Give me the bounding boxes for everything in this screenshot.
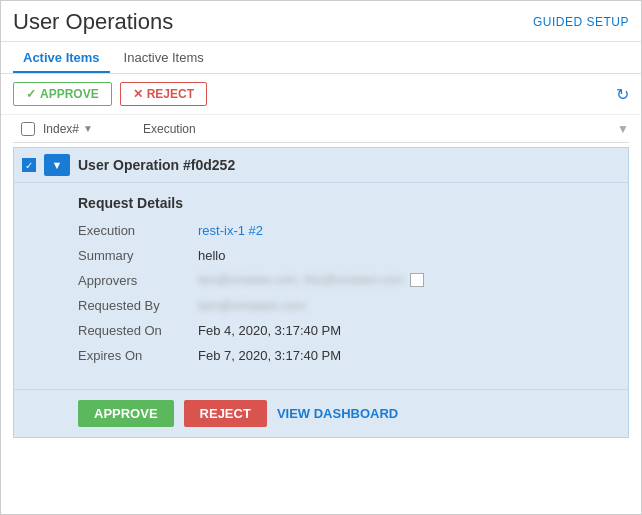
value-summary: hello — [198, 248, 568, 263]
detail-row-execution: Execution rest-ix-1 #2 — [78, 223, 568, 238]
filter-icon[interactable]: ▼ — [605, 121, 629, 136]
detail-row-expires-on: Expires On Feb 7, 2020, 3:17:40 PM — [78, 348, 568, 363]
label-summary: Summary — [78, 248, 198, 263]
detail-row-requested-on: Requested On Feb 4, 2020, 3:17:40 PM — [78, 323, 568, 338]
value-requested-by: ken@vmware.com — [198, 298, 568, 313]
x-icon: ✕ — [133, 87, 143, 101]
refresh-icon[interactable]: ↻ — [616, 85, 629, 104]
row-checkbox[interactable] — [22, 158, 36, 172]
approvers-blurred-text: ken@vmware.com, fritz@vmware.com — [198, 273, 404, 287]
checkmark-icon: ✓ — [26, 87, 36, 101]
row-reject-button[interactable]: REJECT — [184, 400, 267, 427]
section-title: Request Details — [78, 195, 568, 211]
label-execution: Execution — [78, 223, 198, 238]
select-all-checkbox[interactable] — [21, 122, 35, 136]
reject-button[interactable]: ✕ REJECT — [120, 82, 207, 106]
detail-row-summary: Summary hello — [78, 248, 568, 263]
label-expires-on: Expires On — [78, 348, 198, 363]
header-checkbox-cell — [13, 122, 43, 136]
tab-inactive-items[interactable]: Inactive Items — [114, 42, 214, 73]
toolbar: ✓ APPROVE ✕ REJECT ↻ — [1, 74, 641, 115]
tab-active-items[interactable]: Active Items — [13, 42, 110, 73]
action-bar: APPROVE REJECT VIEW DASHBOARD — [14, 389, 628, 437]
approvers-checkbox[interactable] — [410, 273, 424, 287]
guided-setup-link[interactable]: GUIDED SETUP — [533, 15, 629, 29]
detail-row-requested-by: Requested By ken@vmware.com — [78, 298, 568, 313]
row-title: User Operation #f0d252 — [78, 157, 235, 173]
table-row: ▼ User Operation #f0d252 Request Details… — [13, 147, 629, 438]
label-approvers: Approvers — [78, 273, 198, 288]
row-header: ▼ User Operation #f0d252 — [14, 148, 628, 183]
page-title: User Operations — [13, 9, 173, 35]
detail-panel: Request Details Execution rest-ix-1 #2 S… — [14, 183, 628, 385]
header: User Operations GUIDED SETUP — [1, 1, 641, 42]
row-checkbox-cell — [14, 158, 44, 172]
label-requested-on: Requested On — [78, 323, 198, 338]
table-header: Index# ▼ Execution ▼ — [13, 115, 629, 143]
execution-column-header: Execution — [143, 122, 605, 136]
detail-row-approvers: Approvers ken@vmware.com, fritz@vmware.c… — [78, 273, 568, 288]
tabs-bar: Active Items Inactive Items — [1, 42, 641, 74]
sort-arrow-icon[interactable]: ▼ — [83, 123, 93, 134]
value-requested-on: Feb 4, 2020, 3:17:40 PM — [198, 323, 568, 338]
value-execution[interactable]: rest-ix-1 #2 — [198, 223, 568, 238]
row-approve-button[interactable]: APPROVE — [78, 400, 174, 427]
value-expires-on: Feb 7, 2020, 3:17:40 PM — [198, 348, 568, 363]
approve-button[interactable]: ✓ APPROVE — [13, 82, 112, 106]
label-requested-by: Requested By — [78, 298, 198, 313]
expand-button[interactable]: ▼ — [44, 154, 70, 176]
main-content: Index# ▼ Execution ▼ ▼ User Operation #f… — [1, 115, 641, 505]
value-approvers: ken@vmware.com, fritz@vmware.com — [198, 273, 568, 287]
index-column-header: Index# ▼ — [43, 122, 143, 136]
view-dashboard-button[interactable]: VIEW DASHBOARD — [277, 406, 398, 421]
